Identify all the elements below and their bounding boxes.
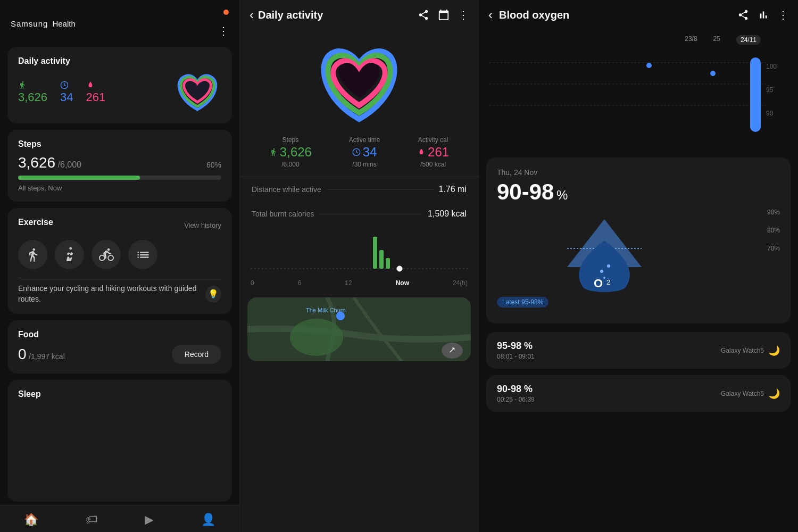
svg-rect-5 bbox=[386, 258, 390, 269]
sleep-card[interactable]: Sleep bbox=[7, 380, 232, 502]
record-1-value: 95-98 % bbox=[497, 340, 535, 352]
right-menu-icon[interactable]: ⋮ bbox=[778, 9, 788, 21]
steps-subtitle: All steps, Now bbox=[18, 184, 221, 192]
fire-small-icon bbox=[417, 148, 426, 156]
right-header-icons: ⋮ bbox=[737, 9, 788, 21]
bar-chart-icon[interactable] bbox=[758, 9, 769, 21]
svg-rect-18 bbox=[750, 57, 761, 132]
record-button[interactable]: Record bbox=[172, 345, 221, 364]
activity-chart-svg bbox=[251, 231, 469, 274]
cycle-icon-btn[interactable] bbox=[92, 240, 121, 269]
map-section[interactable]: The Milk Churn ↗ bbox=[247, 297, 471, 361]
run-icon-btn[interactable] bbox=[55, 240, 84, 269]
chart-label-now: Now bbox=[396, 279, 409, 287]
svg-text:2: 2 bbox=[606, 278, 610, 286]
svg-text:The Milk Churn: The Milk Churn bbox=[306, 307, 346, 313]
chart-label-0: 0 bbox=[251, 279, 254, 287]
mid-menu-icon[interactable]: ⋮ bbox=[458, 9, 469, 21]
nav-profile[interactable]: 👤 bbox=[201, 513, 215, 527]
cal-value: 261 bbox=[86, 90, 106, 104]
nav-tags[interactable]: 🏷 bbox=[86, 513, 97, 527]
mid-active-stat: Active time 34 /30 mins bbox=[349, 136, 380, 168]
bo-value: 90-98 bbox=[497, 179, 554, 204]
calendar-icon[interactable] bbox=[438, 9, 450, 21]
mid-header-icons: ⋮ bbox=[418, 9, 469, 21]
mid-stats-row: Steps 3,626 /6,000 Active time 34 /30 mi… bbox=[240, 131, 478, 177]
left-menu-icon[interactable]: ⋮ bbox=[218, 24, 229, 37]
list-icon bbox=[136, 247, 151, 262]
nav-play[interactable]: ▶ bbox=[145, 513, 154, 527]
notification-dot bbox=[223, 10, 229, 15]
date-label-2: 25 bbox=[713, 35, 720, 45]
cal-goal-mid: /500 kcal bbox=[420, 161, 446, 168]
daily-activity-card[interactable]: Daily activity 3,626 34 bbox=[7, 47, 232, 123]
svg-point-16 bbox=[646, 63, 652, 68]
steps-count: 3,626 bbox=[18, 154, 55, 171]
play-icon: ▶ bbox=[145, 513, 154, 527]
right-panel: ‹ Blood oxygen ⋮ 23/8 25 24/11 bbox=[479, 0, 798, 532]
date-label-3[interactable]: 24/11 bbox=[736, 35, 761, 45]
blood-oxygen-graph: 23/8 25 24/11 100 95 90 bbox=[479, 30, 798, 152]
distance-dots bbox=[327, 189, 434, 190]
record-2-left: 90-98 % 00:25 - 06:39 bbox=[497, 384, 535, 403]
home-icon: 🏠 bbox=[24, 513, 38, 527]
nav-home[interactable]: 🏠 bbox=[24, 513, 38, 527]
cal-stat: 261 bbox=[86, 81, 106, 104]
share-icon[interactable] bbox=[418, 9, 429, 21]
svg-point-23 bbox=[600, 270, 603, 273]
y-axis-labels: 100 95 90 bbox=[766, 63, 777, 117]
mid-header: ‹ Daily activity ⋮ bbox=[240, 0, 478, 30]
right-header-left: ‹ Blood oxygen bbox=[488, 7, 569, 22]
chart-labels: 0 6 12 Now 24(h) bbox=[251, 279, 468, 287]
blood-oxygen-graph-svg bbox=[489, 47, 787, 143]
blood-record-1: 95-98 % 08:01 - 09:01 Galaxy Watch5 🌙 bbox=[486, 332, 791, 369]
bo-percent: % bbox=[556, 188, 568, 202]
calories-row: Total burnt calories 1,509 kcal bbox=[240, 202, 478, 226]
y-label-95: 95 bbox=[766, 86, 777, 94]
record-2-value: 90-98 % bbox=[497, 384, 535, 395]
svg-text:↗: ↗ bbox=[448, 345, 455, 354]
heart-section bbox=[240, 30, 478, 131]
food-value: 0 bbox=[18, 346, 27, 362]
mid-back-btn[interactable]: ‹ bbox=[250, 7, 254, 22]
scale-80: 80% bbox=[767, 227, 780, 234]
svg-point-25 bbox=[603, 277, 605, 279]
right-share-icon[interactable] bbox=[737, 9, 749, 21]
active-time-value: 34 bbox=[60, 90, 73, 104]
svg-rect-3 bbox=[373, 237, 377, 269]
distance-label: Distance while active bbox=[252, 185, 321, 194]
record-2-time: 00:25 - 06:39 bbox=[497, 396, 535, 403]
steps-val: 3,626 bbox=[269, 145, 312, 160]
mid-steps-stat: Steps 3,626 /6,000 bbox=[269, 136, 312, 168]
right-header: ‹ Blood oxygen ⋮ bbox=[479, 0, 798, 30]
active-val: 34 bbox=[352, 145, 377, 160]
cal-label: Activity cal bbox=[418, 136, 448, 144]
svg-rect-4 bbox=[379, 250, 384, 269]
right-back-btn[interactable]: ‹ bbox=[488, 7, 493, 22]
walk-icon-btn[interactable] bbox=[18, 240, 47, 269]
exercise-icons bbox=[18, 240, 221, 269]
samsung-brand: Samsung bbox=[11, 19, 48, 28]
bo-content: Latest 95-98% O 2 bbox=[497, 209, 780, 313]
steps-card[interactable]: Steps 3,626 /6,000 60% All steps, Now bbox=[7, 130, 232, 202]
steps-title: Steps bbox=[18, 139, 221, 149]
moon-icon-1: 🌙 bbox=[768, 345, 780, 356]
active-label: Active time bbox=[349, 136, 380, 144]
left-header: Samsung Health ⋮ bbox=[0, 0, 239, 44]
fire-icon bbox=[86, 81, 95, 89]
activity-chart: 0 6 12 Now 24(h) bbox=[240, 226, 478, 292]
steps-label: Steps bbox=[282, 136, 299, 144]
record-2-right: Galaxy Watch5 🌙 bbox=[721, 388, 780, 400]
food-title: Food bbox=[18, 330, 221, 339]
steps-stat: 3,626 bbox=[18, 81, 47, 104]
svg-point-8 bbox=[290, 319, 343, 356]
steps-progress-fill bbox=[18, 176, 140, 180]
mid-header-title: Daily activity bbox=[258, 9, 323, 21]
view-history-btn[interactable]: View history bbox=[184, 221, 221, 229]
list-icon-btn[interactable] bbox=[128, 240, 157, 269]
right-header-title: Blood oxygen bbox=[499, 9, 569, 21]
bo-date: Thu, 24 Nov bbox=[497, 168, 780, 177]
exercise-title: Exercise bbox=[18, 218, 53, 227]
record-1-right: Galaxy Watch5 🌙 bbox=[721, 345, 780, 356]
date-labels: 23/8 25 24/11 bbox=[489, 35, 787, 45]
